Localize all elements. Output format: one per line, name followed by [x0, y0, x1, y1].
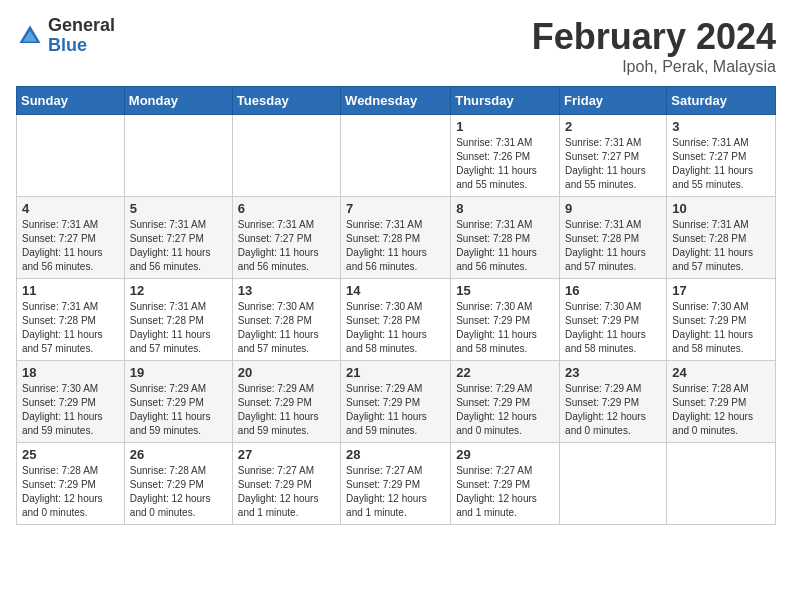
calendar-cell: 6Sunrise: 7:31 AM Sunset: 7:27 PM Daylig… [232, 197, 340, 279]
day-number: 8 [456, 201, 554, 216]
day-number: 13 [238, 283, 335, 298]
day-number: 1 [456, 119, 554, 134]
day-info: Sunrise: 7:31 AM Sunset: 7:26 PM Dayligh… [456, 136, 554, 192]
day-info: Sunrise: 7:30 AM Sunset: 7:28 PM Dayligh… [238, 300, 335, 356]
calendar-cell: 28Sunrise: 7:27 AM Sunset: 7:29 PM Dayli… [341, 443, 451, 525]
logo: General Blue [16, 16, 115, 56]
day-info: Sunrise: 7:28 AM Sunset: 7:29 PM Dayligh… [672, 382, 770, 438]
logo-text: General Blue [48, 16, 115, 56]
day-number: 17 [672, 283, 770, 298]
calendar-cell: 14Sunrise: 7:30 AM Sunset: 7:28 PM Dayli… [341, 279, 451, 361]
weekday-header-thursday: Thursday [451, 87, 560, 115]
day-number: 3 [672, 119, 770, 134]
day-info: Sunrise: 7:29 AM Sunset: 7:29 PM Dayligh… [130, 382, 227, 438]
calendar-cell [560, 443, 667, 525]
calendar-week-2: 4Sunrise: 7:31 AM Sunset: 7:27 PM Daylig… [17, 197, 776, 279]
day-number: 24 [672, 365, 770, 380]
calendar-cell: 1Sunrise: 7:31 AM Sunset: 7:26 PM Daylig… [451, 115, 560, 197]
day-info: Sunrise: 7:31 AM Sunset: 7:27 PM Dayligh… [22, 218, 119, 274]
day-info: Sunrise: 7:30 AM Sunset: 7:29 PM Dayligh… [22, 382, 119, 438]
calendar-cell [667, 443, 776, 525]
calendar-cell: 20Sunrise: 7:29 AM Sunset: 7:29 PM Dayli… [232, 361, 340, 443]
weekday-header-monday: Monday [124, 87, 232, 115]
calendar-cell [17, 115, 125, 197]
day-info: Sunrise: 7:31 AM Sunset: 7:27 PM Dayligh… [672, 136, 770, 192]
calendar-title: February 2024 [532, 16, 776, 58]
calendar-cell: 8Sunrise: 7:31 AM Sunset: 7:28 PM Daylig… [451, 197, 560, 279]
day-info: Sunrise: 7:31 AM Sunset: 7:27 PM Dayligh… [130, 218, 227, 274]
day-info: Sunrise: 7:30 AM Sunset: 7:29 PM Dayligh… [565, 300, 661, 356]
logo-icon [16, 22, 44, 50]
calendar-cell: 22Sunrise: 7:29 AM Sunset: 7:29 PM Dayli… [451, 361, 560, 443]
day-number: 20 [238, 365, 335, 380]
day-info: Sunrise: 7:30 AM Sunset: 7:28 PM Dayligh… [346, 300, 445, 356]
calendar-cell: 24Sunrise: 7:28 AM Sunset: 7:29 PM Dayli… [667, 361, 776, 443]
day-number: 10 [672, 201, 770, 216]
calendar-week-3: 11Sunrise: 7:31 AM Sunset: 7:28 PM Dayli… [17, 279, 776, 361]
calendar-week-1: 1Sunrise: 7:31 AM Sunset: 7:26 PM Daylig… [17, 115, 776, 197]
day-number: 16 [565, 283, 661, 298]
day-number: 18 [22, 365, 119, 380]
weekday-header-saturday: Saturday [667, 87, 776, 115]
day-number: 28 [346, 447, 445, 462]
calendar-cell: 2Sunrise: 7:31 AM Sunset: 7:27 PM Daylig… [560, 115, 667, 197]
calendar-cell: 19Sunrise: 7:29 AM Sunset: 7:29 PM Dayli… [124, 361, 232, 443]
weekday-header-sunday: Sunday [17, 87, 125, 115]
calendar-cell: 4Sunrise: 7:31 AM Sunset: 7:27 PM Daylig… [17, 197, 125, 279]
day-info: Sunrise: 7:29 AM Sunset: 7:29 PM Dayligh… [565, 382, 661, 438]
day-number: 23 [565, 365, 661, 380]
day-number: 2 [565, 119, 661, 134]
calendar-cell: 13Sunrise: 7:30 AM Sunset: 7:28 PM Dayli… [232, 279, 340, 361]
calendar-cell: 23Sunrise: 7:29 AM Sunset: 7:29 PM Dayli… [560, 361, 667, 443]
calendar-cell: 7Sunrise: 7:31 AM Sunset: 7:28 PM Daylig… [341, 197, 451, 279]
page-header: General Blue February 2024 Ipoh, Perak, … [16, 16, 776, 76]
calendar-cell: 29Sunrise: 7:27 AM Sunset: 7:29 PM Dayli… [451, 443, 560, 525]
day-info: Sunrise: 7:29 AM Sunset: 7:29 PM Dayligh… [456, 382, 554, 438]
calendar-location: Ipoh, Perak, Malaysia [532, 58, 776, 76]
day-info: Sunrise: 7:31 AM Sunset: 7:28 PM Dayligh… [672, 218, 770, 274]
day-number: 22 [456, 365, 554, 380]
day-number: 6 [238, 201, 335, 216]
day-info: Sunrise: 7:30 AM Sunset: 7:29 PM Dayligh… [456, 300, 554, 356]
calendar-cell [124, 115, 232, 197]
day-info: Sunrise: 7:31 AM Sunset: 7:28 PM Dayligh… [22, 300, 119, 356]
logo-general-text: General [48, 16, 115, 36]
calendar-cell: 12Sunrise: 7:31 AM Sunset: 7:28 PM Dayli… [124, 279, 232, 361]
day-number: 27 [238, 447, 335, 462]
day-info: Sunrise: 7:29 AM Sunset: 7:29 PM Dayligh… [346, 382, 445, 438]
day-info: Sunrise: 7:27 AM Sunset: 7:29 PM Dayligh… [456, 464, 554, 520]
day-info: Sunrise: 7:27 AM Sunset: 7:29 PM Dayligh… [346, 464, 445, 520]
weekday-header-row: SundayMondayTuesdayWednesdayThursdayFrid… [17, 87, 776, 115]
calendar-cell: 10Sunrise: 7:31 AM Sunset: 7:28 PM Dayli… [667, 197, 776, 279]
day-number: 5 [130, 201, 227, 216]
calendar-cell: 18Sunrise: 7:30 AM Sunset: 7:29 PM Dayli… [17, 361, 125, 443]
day-info: Sunrise: 7:28 AM Sunset: 7:29 PM Dayligh… [130, 464, 227, 520]
day-info: Sunrise: 7:29 AM Sunset: 7:29 PM Dayligh… [238, 382, 335, 438]
calendar-cell: 25Sunrise: 7:28 AM Sunset: 7:29 PM Dayli… [17, 443, 125, 525]
logo-blue-text: Blue [48, 36, 115, 56]
day-number: 4 [22, 201, 119, 216]
day-info: Sunrise: 7:31 AM Sunset: 7:28 PM Dayligh… [565, 218, 661, 274]
day-info: Sunrise: 7:31 AM Sunset: 7:27 PM Dayligh… [565, 136, 661, 192]
calendar-week-5: 25Sunrise: 7:28 AM Sunset: 7:29 PM Dayli… [17, 443, 776, 525]
day-number: 26 [130, 447, 227, 462]
calendar-cell: 3Sunrise: 7:31 AM Sunset: 7:27 PM Daylig… [667, 115, 776, 197]
title-block: February 2024 Ipoh, Perak, Malaysia [532, 16, 776, 76]
calendar-cell: 5Sunrise: 7:31 AM Sunset: 7:27 PM Daylig… [124, 197, 232, 279]
calendar-cell [232, 115, 340, 197]
calendar-cell: 9Sunrise: 7:31 AM Sunset: 7:28 PM Daylig… [560, 197, 667, 279]
calendar-cell: 21Sunrise: 7:29 AM Sunset: 7:29 PM Dayli… [341, 361, 451, 443]
calendar-cell: 27Sunrise: 7:27 AM Sunset: 7:29 PM Dayli… [232, 443, 340, 525]
day-info: Sunrise: 7:28 AM Sunset: 7:29 PM Dayligh… [22, 464, 119, 520]
day-number: 25 [22, 447, 119, 462]
day-number: 7 [346, 201, 445, 216]
calendar-week-4: 18Sunrise: 7:30 AM Sunset: 7:29 PM Dayli… [17, 361, 776, 443]
calendar-cell: 15Sunrise: 7:30 AM Sunset: 7:29 PM Dayli… [451, 279, 560, 361]
day-info: Sunrise: 7:31 AM Sunset: 7:28 PM Dayligh… [456, 218, 554, 274]
calendar-cell: 17Sunrise: 7:30 AM Sunset: 7:29 PM Dayli… [667, 279, 776, 361]
weekday-header-friday: Friday [560, 87, 667, 115]
day-info: Sunrise: 7:31 AM Sunset: 7:28 PM Dayligh… [130, 300, 227, 356]
day-number: 11 [22, 283, 119, 298]
weekday-header-wednesday: Wednesday [341, 87, 451, 115]
calendar-table: SundayMondayTuesdayWednesdayThursdayFrid… [16, 86, 776, 525]
